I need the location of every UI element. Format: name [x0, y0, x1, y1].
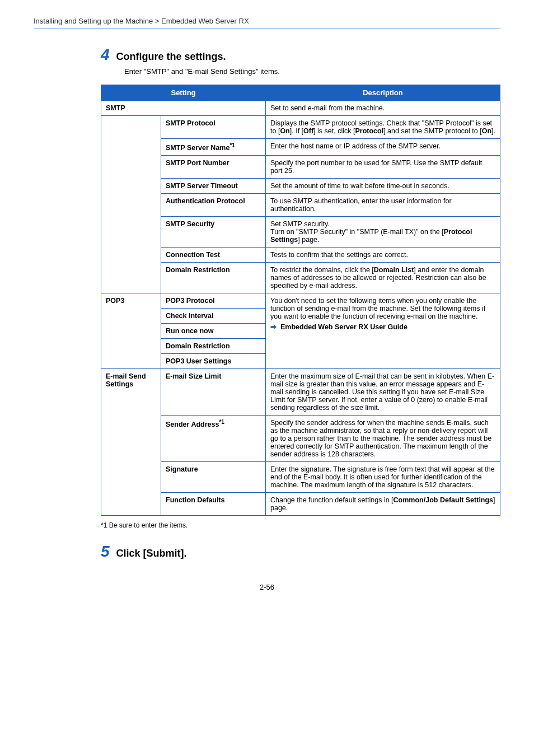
table-row: E-mail Send Settings E-mail Size Limit E… — [101, 369, 500, 416]
smtp-category: SMTP — [101, 101, 266, 116]
table-row: POP3 POP3 Protocol You don't need to set… — [101, 293, 500, 309]
setting-name: Connection Test — [161, 248, 266, 263]
smtp-category-desc: Set to send e-mail from the machine. — [266, 101, 500, 116]
table-row: SMTP Protocol Displays the SMTP protocol… — [101, 116, 500, 139]
pop3-category: POP3 — [101, 293, 161, 369]
setting-desc: Specify the sender address for when the … — [266, 416, 500, 462]
table-row: Signature Enter the signature. The signa… — [101, 462, 500, 493]
table-row: SMTP Security Set SMTP security.Turn on … — [101, 217, 500, 248]
email-category: E-mail Send Settings — [101, 369, 161, 516]
table-row: Sender Address*1 Specify the sender addr… — [101, 416, 500, 462]
step-4-number: 4 — [101, 46, 110, 64]
setting-name: SMTP Protocol — [161, 116, 266, 139]
step-5-header: 5 Click [Submit]. — [101, 543, 500, 561]
setting-name: Sender Address*1 — [161, 416, 266, 462]
setting-name: POP3 User Settings — [161, 354, 266, 369]
setting-name: SMTP Server Name*1 — [161, 139, 266, 156]
setting-name: SMTP Port Number — [161, 156, 266, 179]
setting-name: SMTP Security — [161, 217, 266, 248]
setting-name: Signature — [161, 462, 266, 493]
breadcrumb: Installing and Setting up the Machine > … — [34, 17, 500, 25]
page-number: 2-56 — [34, 583, 500, 591]
table-row: SMTP Server Name*1 Enter the host name o… — [101, 139, 500, 156]
col-setting-header: Setting — [101, 85, 266, 101]
setting-desc: Enter the maximum size of E-mail that ca… — [266, 369, 500, 416]
arrow-icon: ➡ — [270, 323, 277, 331]
step-5-number: 5 — [101, 543, 110, 561]
table-row: SMTP Set to send e-mail from the machine… — [101, 101, 500, 116]
setting-desc: Enter the host name or IP address of the… — [266, 139, 500, 156]
table-row: Domain Restriction To restrict the domai… — [101, 263, 500, 293]
step-4-subtext: Enter "SMTP" and "E-mail Send Settings" … — [124, 67, 500, 76]
table-row: Function Defaults Change the function de… — [101, 493, 500, 516]
setting-name: Authentication Protocol — [161, 194, 266, 217]
setting-desc: Set SMTP security.Turn on "SMTP Security… — [266, 217, 500, 248]
settings-table: Setting Description SMTP Set to send e-m… — [101, 85, 500, 516]
setting-name: Run once now — [161, 324, 266, 339]
table-row: SMTP Server Timeout Set the amount of ti… — [101, 179, 500, 194]
step-4-title: Configure the settings. — [116, 51, 226, 63]
table-row: SMTP Port Number Specify the port number… — [101, 156, 500, 179]
step-5-title: Click [Submit]. — [116, 548, 187, 559]
guide-link[interactable]: Embedded Web Server RX User Guide — [280, 323, 407, 331]
setting-desc: To use SMTP authentication, enter the us… — [266, 194, 500, 217]
setting-desc: To restrict the domains, click the [Doma… — [266, 263, 500, 293]
table-row: Authentication Protocol To use SMTP auth… — [101, 194, 500, 217]
setting-name: Domain Restriction — [161, 263, 266, 293]
setting-desc: Change the function default settings in … — [266, 493, 500, 516]
step-4-header: 4 Configure the settings. — [101, 46, 500, 64]
setting-name: Check Interval — [161, 309, 266, 324]
smtp-cat-spacer — [101, 116, 161, 293]
setting-desc: Set the amount of time to wait before ti… — [266, 179, 500, 194]
pop3-desc: You don't need to set the following item… — [266, 293, 500, 369]
setting-name: POP3 Protocol — [161, 293, 266, 309]
setting-desc: Displays the SMTP protocol settings. Che… — [266, 116, 500, 139]
setting-name: E-mail Size Limit — [161, 369, 266, 416]
setting-name: Function Defaults — [161, 493, 266, 516]
divider — [34, 29, 500, 29]
setting-name: Domain Restriction — [161, 339, 266, 354]
setting-desc: Tests to confirm that the settings are c… — [266, 248, 500, 263]
setting-name: SMTP Server Timeout — [161, 179, 266, 194]
setting-desc: Enter the signature. The signature is fr… — [266, 462, 500, 493]
table-row: Connection Test Tests to confirm that th… — [101, 248, 500, 263]
setting-desc: Specify the port number to be used for S… — [266, 156, 500, 179]
footnote: *1 Be sure to enter the items. — [101, 521, 500, 529]
col-description-header: Description — [266, 85, 500, 101]
